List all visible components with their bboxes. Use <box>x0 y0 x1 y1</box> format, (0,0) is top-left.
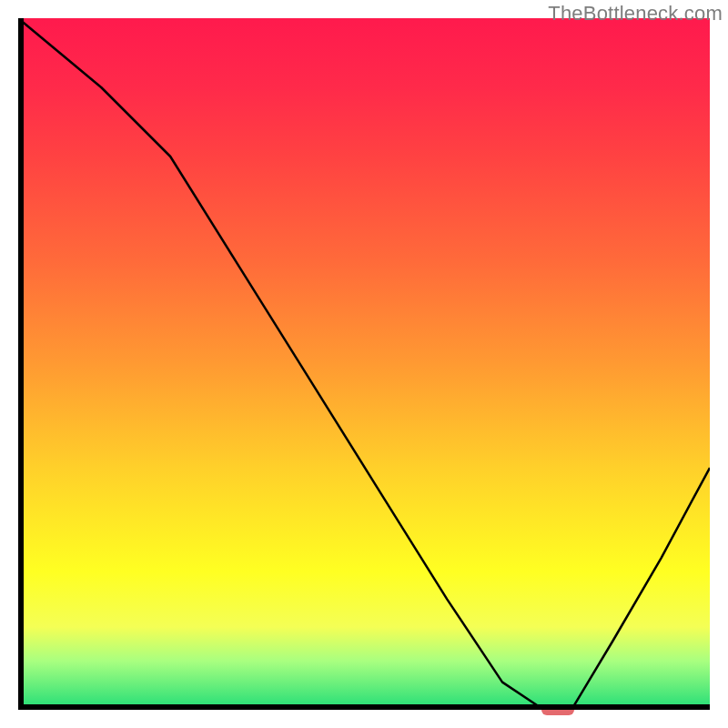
y-axis <box>18 18 24 710</box>
bottleneck-chart: TheBottleneck.com <box>0 0 728 728</box>
bottleneck-curve-path <box>18 18 710 710</box>
curve-overlay <box>18 18 710 710</box>
x-axis <box>18 704 710 710</box>
plot-area <box>18 18 710 710</box>
watermark-text: TheBottleneck.com <box>548 2 723 25</box>
